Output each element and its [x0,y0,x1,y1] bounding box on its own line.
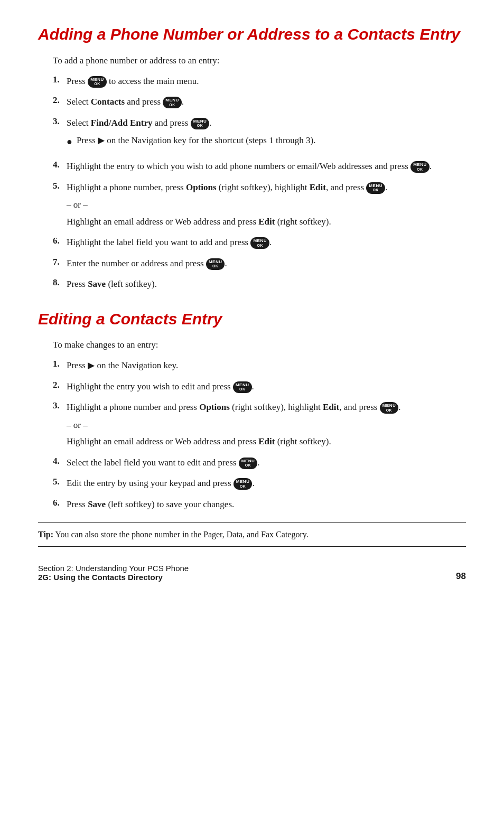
step-1-5: 5. Highlight a phone number, press Optio… [53,181,466,229]
menu-btn-2-2: MENUOK [233,381,252,393]
step-2-6: 6. Press Save (left softkey) to save you… [53,498,466,511]
step-num-1-6: 6. [53,236,67,246]
step-content-1-7: Enter the number or address and press ME… [67,257,227,270]
step-1-1: 1. Press MENUOK to access the main menu. [53,74,466,88]
or-text-1-5: Highlight an email address or Web addres… [67,215,387,229]
step-num-1-8: 8. [53,277,67,288]
menu-btn-1-6: MENUOK [250,237,269,249]
menu-btn-2-5: MENUOK [234,478,253,490]
section1-steps-list: 1. Press MENUOK to access the main menu.… [53,74,466,291]
footer-page-num: 98 [456,571,466,582]
section2: Editing a Contacts Entry To make changes… [38,310,466,547]
section1-intro: To add a phone number or address to an e… [53,55,466,66]
menu-btn-1-4: MENUOK [410,161,430,173]
menu-btn-2-3: MENUOK [380,402,399,414]
menu-btn-1-7: MENUOK [206,258,225,270]
step-1-7: 7. Enter the number or address and press… [53,257,466,270]
step-2-4: 4. Select the label field you want to ed… [53,456,466,470]
step-num-1-4: 4. [53,160,67,170]
step-1-6: 6. Highlight the label field you want to… [53,236,466,249]
menu-btn-1-2: MENUOK [163,97,182,108]
step-num-1-2: 2. [53,95,67,106]
tip-label: Tip: [38,530,53,539]
step-content-1-2: Select Contacts and press MENUOK. [67,95,184,109]
tip-text: You can also store the phone number in t… [53,530,309,539]
step-num-2-4: 4. [53,456,67,466]
step-content-2-2: Highlight the entry you wish to edit and… [67,380,254,394]
step-content-1-3: Select Find/Add Entry and press MENUOK. … [67,116,315,153]
or-text-2-3: Highlight an email address or Web addres… [67,435,400,449]
step-2-5: 5. Edit the entry by using your keypad a… [53,477,466,490]
bullet-dot-1-3-1: ● [67,135,72,149]
section2-title: Editing a Contacts Entry [38,310,466,329]
step-content-2-6: Press Save (left softkey) to save your c… [67,498,234,511]
step-content-1-5: Highlight a phone number, press Options … [67,181,387,229]
step-1-3: 3. Select Find/Add Entry and press MENUO… [53,116,466,153]
step-num-2-2: 2. [53,380,67,390]
section1: Adding a Phone Number or Address to a Co… [38,25,466,291]
step-content-1-1: Press MENUOK to access the main menu. [67,74,199,88]
tip-box: Tip: You can also store the phone number… [38,522,466,547]
step-content-1-4: Highlight the entry to which you wish to… [67,160,432,173]
or-line-1-5: – or – [67,198,387,212]
step-content-2-1: Press ▶ on the Navigation key. [67,359,178,372]
step-num-2-6: 6. [53,498,67,508]
step-content-1-8: Press Save (left softkey). [67,277,157,291]
footer-section-sub: 2G: Using the Contacts Directory [38,573,189,582]
step-2-3: 3. Highlight a phone number and press Op… [53,400,466,449]
step-content-1-6: Highlight the label field you want to ad… [67,236,272,249]
or-line-2-3: – or – [67,418,400,432]
section1-title: Adding a Phone Number or Address to a Co… [38,25,466,44]
section2-intro: To make changes to an entry: [53,340,466,350]
footer-section-main: Section 2: Understanding Your PCS Phone [38,564,189,573]
step-2-1: 1. Press ▶ on the Navigation key. [53,359,466,372]
step-num-1-1: 1. [53,74,67,85]
section2-steps-list: 1. Press ▶ on the Navigation key. 2. Hig… [53,359,466,511]
step-1-4: 4. Highlight the entry to which you wish… [53,160,466,173]
bullet-1-3-1: ● Press ▶ on the Navigation key for the … [67,134,315,149]
menu-btn-2-4: MENUOK [239,458,258,469]
step-num-1-7: 7. [53,257,67,267]
bullet-text-1-3-1: Press ▶ on the Navigation key for the sh… [77,134,316,147]
step-content-2-3: Highlight a phone number and press Optio… [67,400,400,449]
step-num-1-3: 3. [53,116,67,127]
step-num-2-5: 5. [53,477,67,487]
menu-btn-1-1: MENUOK [88,76,107,88]
step-1-2: 2. Select Contacts and press MENUOK. [53,95,466,109]
menu-btn-1-5: MENUOK [366,182,385,194]
step-2-2: 2. Highlight the entry you wish to edit … [53,380,466,394]
step-num-2-1: 1. [53,359,67,369]
footer: Section 2: Understanding Your PCS Phone … [38,564,466,582]
menu-btn-1-3: MENUOK [191,118,210,129]
step-1-8: 8. Press Save (left softkey). [53,277,466,291]
step-num-2-3: 3. [53,400,67,411]
step-content-2-5: Edit the entry by using your keypad and … [67,477,255,490]
step-content-2-4: Select the label field you want to edit … [67,456,260,470]
step-1-3-bullets: ● Press ▶ on the Navigation key for the … [67,134,315,149]
footer-left: Section 2: Understanding Your PCS Phone … [38,564,189,582]
step-num-1-5: 5. [53,181,67,191]
